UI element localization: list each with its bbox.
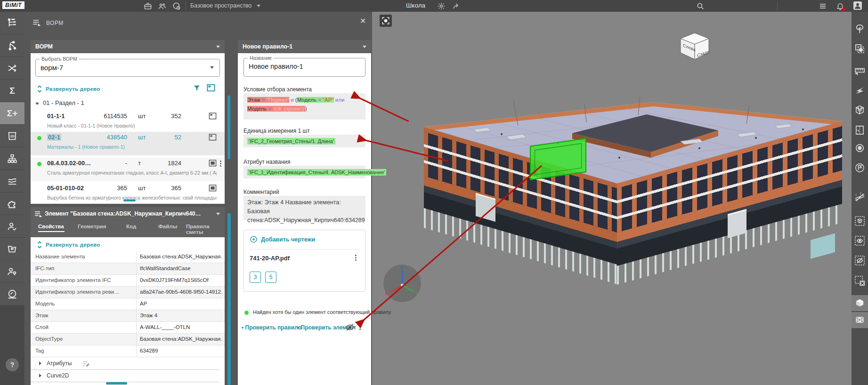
- expand-tree-link[interactable]: Развернуть дерево: [46, 242, 100, 248]
- vorm-group-row[interactable]: 01 - Раздел - 1: [35, 99, 84, 106]
- building-model[interactable]: [417, 106, 850, 313]
- rule-name-input[interactable]: Название Новое правило-1: [243, 58, 365, 77]
- workspace-caret-icon[interactable]: [257, 5, 260, 7]
- chevron-down-icon[interactable]: [216, 213, 220, 215]
- tool-vegetation[interactable]: [854, 24, 865, 34]
- frame-window-icon[interactable]: [209, 160, 217, 167]
- attribute-expression[interactable]: 'IFC_1_Идентификация_Стены/4. ADSK_Наиме…: [243, 166, 365, 178]
- chevron-down-icon[interactable]: [363, 46, 366, 48]
- chevron-right-icon[interactable]: [39, 361, 41, 365]
- add-drawings-button[interactable]: Добавить чертежи: [250, 235, 315, 243]
- tool-measure-ruler[interactable]: [854, 65, 865, 76]
- check-rule-link[interactable]: Проверить правило: [242, 324, 301, 331]
- notifications-bell-icon[interactable]: [836, 2, 844, 10]
- check-kebab-menu-icon[interactable]: [359, 324, 361, 330]
- team-icon[interactable]: [158, 2, 166, 10]
- tab-3[interactable]: Код: [126, 224, 155, 229]
- property-row[interactable]: ЭтажЭтаж 4: [31, 310, 225, 322]
- frame-window-icon[interactable]: [209, 134, 217, 141]
- chevron-right-icon[interactable]: [39, 374, 41, 377]
- element-scrollbar-vertical[interactable]: [227, 213, 231, 385]
- condition-expression[interactable]: Этаж = "Подвал" и (Модель = "АР" или Мод…: [243, 93, 365, 120]
- tool-shuffle[interactable]: [0, 57, 24, 79]
- tool-floor-plan[interactable]: [854, 125, 865, 136]
- tab-5[interactable]: Правила сметы: [186, 224, 215, 235]
- panel-menu-icon[interactable]: [34, 210, 42, 217]
- tool-hide-selection[interactable]: [854, 255, 865, 266]
- tool-isolate-box[interactable]: [854, 216, 865, 226]
- vorm-row-code[interactable]: 05-01-010-02: [47, 184, 84, 192]
- workspace-selector[interactable]: Базовое пространство: [190, 2, 251, 9]
- vorm-row[interactable]: 01-1-16114535шт352Новый класс - 01-1-1 (…: [31, 111, 225, 134]
- rule-panel-header[interactable]: Новое правило-1: [238, 40, 371, 53]
- property-row[interactable]: ObjectTypeБазовая стена:ADSK_Наружная…: [31, 334, 225, 345]
- property-tree-node[interactable]: Атрибуты: [31, 357, 219, 370]
- tool-gauge[interactable]: [0, 283, 24, 305]
- tool-show-selection[interactable]: [854, 235, 865, 246]
- property-row[interactable]: IFC-типIfcWallStandardCase: [31, 263, 225, 275]
- filter-icon[interactable]: [193, 84, 201, 92]
- property-row[interactable]: Tag634289: [31, 345, 225, 357]
- 3d-viewport[interactable]: Слева Сзади Z X Y: [372, 12, 852, 385]
- focus-selection-button[interactable]: [380, 15, 392, 27]
- axis-gizmo[interactable]: Z X Y: [382, 264, 422, 303]
- chevron-down-icon[interactable]: [210, 66, 214, 69]
- frame-window-icon[interactable]: [207, 84, 215, 92]
- close-icon[interactable]: ✕: [360, 17, 366, 25]
- tool-plugins[interactable]: [0, 192, 24, 215]
- tool-select-similar[interactable]: [854, 43, 865, 54]
- property-row[interactable]: Идентификатор элемента реви…a8a247ae-90b…: [31, 287, 225, 298]
- vorm-row-code[interactable]: 01-1-1: [47, 112, 65, 120]
- expand-collapse-icon[interactable]: [36, 85, 43, 93]
- settings-gear-icon[interactable]: [437, 2, 446, 10]
- tool-branch[interactable]: [0, 34, 24, 56]
- drawing-file-name[interactable]: 741-20-AP.pdf: [250, 255, 290, 262]
- tool-structure-tree[interactable]: [0, 12, 24, 34]
- vorm-panel-header[interactable]: ВОРМ: [31, 40, 225, 53]
- property-row[interactable]: СлойA-WALL-____-OTLN: [31, 322, 225, 334]
- property-tree-node[interactable]: Curve2D: [31, 369, 219, 382]
- vorm-scrollbar-horizontal[interactable]: [123, 200, 136, 201]
- tool-sum[interactable]: Σ: [0, 80, 24, 102]
- globe-icon[interactable]: [172, 2, 181, 10]
- vorm-row-code[interactable]: 08.4.03.02-00…: [47, 160, 91, 167]
- avatar[interactable]: [853, 1, 862, 10]
- file-kebab-menu-icon[interactable]: [355, 255, 357, 261]
- frame-window-icon[interactable]: [209, 184, 217, 192]
- panel-menu-icon[interactable]: [32, 18, 41, 27]
- tool-section-box[interactable]: [854, 104, 865, 115]
- property-row[interactable]: МодельАР: [31, 298, 225, 310]
- tool-shaded-mode-cell[interactable]: [852, 295, 868, 311]
- property-row[interactable]: Идентификатор элемента IFC0vxDK0J719FhM7…: [31, 275, 225, 287]
- expand-tree-link[interactable]: Развернуть дерево: [46, 86, 100, 92]
- vorm-row[interactable]: 08.4.03.02-00…-т1824Сталь арматурная гор…: [31, 158, 225, 181]
- vorm-select[interactable]: Выбрать ВОРМ ворм-7: [35, 59, 220, 77]
- tool-orbit-mode-cell[interactable]: [852, 312, 868, 328]
- tool-user-location[interactable]: [0, 260, 24, 282]
- vorm-row[interactable]: 02-1438540шт52Материалы - 1 (Новое прави…: [31, 132, 225, 155]
- help-button[interactable]: ?: [6, 358, 19, 371]
- tab-2[interactable]: Геометрия: [78, 224, 107, 229]
- frame-window-icon[interactable]: [209, 112, 217, 120]
- briefcase-icon[interactable]: [144, 2, 152, 10]
- search-icon[interactable]: [696, 2, 705, 10]
- tool-clear-isolation[interactable]: [854, 275, 865, 286]
- tool-flag-marker[interactable]: [854, 162, 865, 173]
- tool-user-check[interactable]: [0, 215, 24, 237]
- tool-section-flash[interactable]: [854, 85, 865, 96]
- menu-list-icon[interactable]: [819, 2, 827, 10]
- comment-value[interactable]: Этаж: Этаж 4 Название элемента: Базовая …: [243, 196, 365, 220]
- tab-1[interactable]: Свойства: [38, 224, 67, 229]
- row-kebab-menu-icon[interactable]: [220, 160, 221, 167]
- vorm-scrollbar-vertical[interactable]: [227, 96, 230, 159]
- tool-trends[interactable]: [0, 170, 24, 192]
- chevron-down-icon[interactable]: [35, 103, 39, 105]
- property-row[interactable]: Название элементаБазовая стена:ADSK_Нару…: [31, 251, 225, 263]
- tab-4[interactable]: Файлы: [158, 224, 187, 229]
- tool-dimensions[interactable]: 12: [854, 192, 865, 203]
- tool-org-chart[interactable]: [0, 147, 24, 169]
- element-scrollbar-horizontal[interactable]: [106, 382, 127, 385]
- view-cube[interactable]: Слева Сзади: [677, 29, 714, 62]
- vorm-row-code[interactable]: 02-1: [47, 134, 61, 141]
- share-icon[interactable]: [452, 2, 461, 10]
